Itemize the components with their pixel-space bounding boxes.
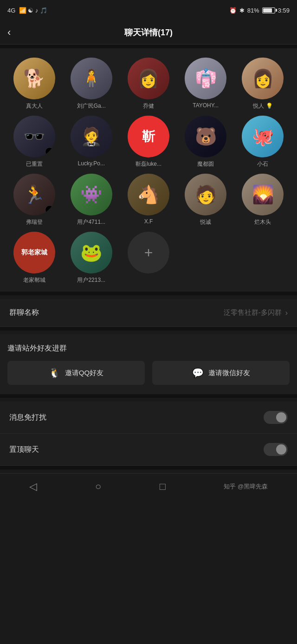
battery-bar: [262, 7, 275, 13]
header-divider: [0, 45, 297, 48]
invite-title: 邀请站外好友进群: [7, 344, 290, 353]
nav-recent-button[interactable]: □: [160, 481, 166, 493]
nav-home-button[interactable]: ○: [95, 481, 101, 493]
member-name: 小石: [257, 160, 268, 168]
add-member-button[interactable]: +: [128, 232, 169, 273]
member-avatar: 🕶️♪: [13, 116, 55, 157]
group-name-row[interactable]: 群聊名称 泛零售社群-多闪群 ›: [0, 299, 297, 327]
tiktok-badge: ♪: [45, 147, 54, 156]
member-name: 刘广民Ga...: [77, 102, 106, 110]
member-avatar: 🐸: [71, 232, 112, 273]
member-item[interactable]: 🌄烂木头: [236, 174, 290, 226]
bluetooth-icon: ✱: [239, 7, 245, 14]
member-name: 悦人 💡: [253, 102, 272, 110]
mute-toggle[interactable]: [264, 411, 288, 424]
back-button[interactable]: ‹: [7, 26, 11, 39]
pin-toggle[interactable]: [264, 443, 288, 456]
members-grid: 🐕真大人🧍刘广民Ga...👩乔健👘TAYOHY...👩悦人 💡🕶️♪已重置🤵Lu…: [7, 58, 290, 284]
page-title: 聊天详情(17): [124, 27, 173, 38]
member-item[interactable]: 🤵Lucky.Po...: [65, 116, 118, 168]
member-avatar: 🐙: [242, 116, 284, 157]
section-divider-3: [0, 394, 297, 398]
invite-section: 邀请站外好友进群 🐧 邀请QQ好友 💬 邀请微信好友: [0, 334, 297, 394]
member-item[interactable]: 郭老家城老家郸城: [7, 232, 61, 284]
watermark: 知乎 @黑啤先森: [224, 482, 268, 491]
section-divider-4: [0, 466, 297, 469]
member-name: 烂木头: [254, 218, 271, 226]
member-avatar: 👩: [128, 58, 169, 99]
member-name: 用户2213...: [77, 276, 105, 284]
status-bar: 4G 📶 ☯ ♪ 🎵 ⏰ ✱ 81% 3:59: [0, 0, 297, 20]
pin-label: 置顶聊天: [9, 445, 39, 455]
member-name: 悦诚: [200, 218, 211, 226]
status-right: ⏰ ✱ 81% 3:59: [229, 7, 290, 14]
member-avatar: 👘: [185, 58, 226, 99]
settings-section: 群聊名称 泛零售社群-多闪群 ›: [0, 299, 297, 327]
mute-label: 消息免打扰: [9, 413, 46, 423]
invite-wechat-button[interactable]: 💬 邀请微信好友: [152, 361, 290, 385]
member-name: X.F: [144, 218, 153, 225]
group-name-label: 群聊名称: [9, 308, 39, 318]
qq-icon: 🐧: [49, 367, 60, 378]
group-name-value: 泛零售社群-多闪群: [224, 308, 282, 317]
invite-buttons-container: 🐧 邀请QQ好友 💬 邀请微信好友: [7, 361, 290, 385]
member-item[interactable]: 靳靳磊luke...: [122, 116, 175, 168]
mute-toggle-knob: [276, 412, 286, 423]
member-item[interactable]: 🐴X.F: [122, 174, 175, 226]
member-avatar: 靳: [128, 116, 169, 157]
member-avatar: 🏃♪: [13, 174, 55, 215]
alarm-icon: ⏰: [229, 7, 237, 14]
member-avatar: 🐕: [13, 58, 55, 99]
member-name: TAYOHY...: [193, 102, 219, 109]
group-name-value-container: 泛零售社群-多闪群 ›: [224, 308, 288, 317]
member-name: 真大人: [26, 102, 43, 110]
member-name: 已重置: [26, 160, 43, 168]
member-avatar: 郭老家城: [13, 232, 55, 273]
member-item[interactable]: 👘TAYOHY...: [179, 58, 232, 110]
member-item[interactable]: 🐕真大人: [7, 58, 61, 110]
member-item[interactable]: 👾用户4711...: [65, 174, 118, 226]
member-avatar: 🐴: [128, 174, 169, 215]
wechat-icon: 💬: [192, 367, 204, 378]
tiktok-badge: ♪: [45, 205, 54, 215]
time-display: 3:59: [278, 7, 290, 14]
member-item[interactable]: 🏃♪弗瑞登: [7, 174, 61, 226]
member-name: 弗瑞登: [26, 218, 43, 226]
member-item[interactable]: 🐸用户2213...: [65, 232, 118, 284]
battery-fill: [263, 8, 272, 13]
member-name: 用户4711...: [77, 218, 105, 226]
invite-wechat-label: 邀请微信好友: [208, 369, 250, 377]
invite-qq-label: 邀请QQ好友: [65, 369, 103, 377]
member-name: 魔都圆: [197, 160, 214, 168]
chevron-right-icon: ›: [285, 309, 288, 317]
bottom-nav: ◁ ○ □ 知乎 @黑啤先森: [0, 473, 297, 499]
member-item[interactable]: 🐙小石: [236, 116, 290, 168]
battery-percent: 81%: [247, 7, 259, 14]
member-item[interactable]: 🧍刘广民Ga...: [65, 58, 118, 110]
member-avatar: 🌄: [242, 174, 284, 215]
member-avatar: 👾: [71, 174, 112, 215]
invite-qq-button[interactable]: 🐧 邀请QQ好友: [7, 361, 145, 385]
member-name: 乔健: [143, 102, 154, 110]
section-divider-2: [0, 327, 297, 331]
mute-row: 消息免打扰: [0, 402, 297, 434]
section-divider-1: [0, 292, 297, 295]
member-avatar: 🧑: [185, 174, 226, 215]
member-item[interactable]: 🕶️♪已重置: [7, 116, 61, 168]
member-avatar: 👩: [242, 58, 284, 99]
members-section: 🐕真大人🧍刘广民Ga...👩乔健👘TAYOHY...👩悦人 💡🕶️♪已重置🤵Lu…: [0, 48, 297, 292]
nav-back-button[interactable]: ◁: [29, 481, 37, 493]
member-avatar: 🐻: [185, 116, 226, 157]
pin-row: 置顶聊天: [0, 434, 297, 466]
member-avatar: 🤵: [71, 116, 112, 157]
member-name: 老家郸城: [23, 276, 45, 284]
member-name: 靳磊luke...: [136, 160, 161, 168]
member-avatar: 🧍: [71, 58, 112, 99]
member-item[interactable]: 🧑悦诚: [179, 174, 232, 226]
member-item[interactable]: 👩悦人 💡: [236, 58, 290, 110]
member-item[interactable]: 👩乔健: [122, 58, 175, 110]
toggle-section: 消息免打扰 置顶聊天: [0, 402, 297, 466]
add-member-item[interactable]: +: [122, 232, 175, 284]
member-item[interactable]: 🐻魔都圆: [179, 116, 232, 168]
pin-toggle-knob: [276, 444, 286, 455]
